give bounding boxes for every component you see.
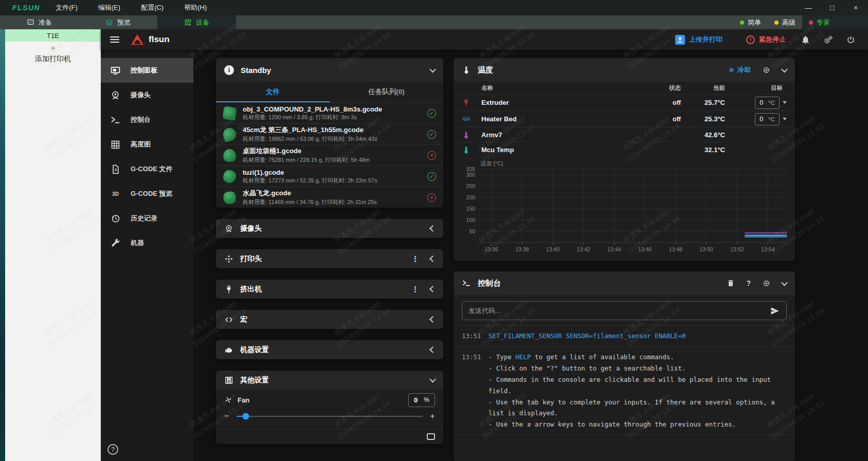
temperature-row[interactable]: Heater Bed off 25.3°C 0°C (454, 110, 795, 127)
bell-icon (801, 35, 810, 45)
sidebar-item-1[interactable]: 摄像头 (101, 83, 193, 107)
chevron-down-icon[interactable] (429, 376, 436, 383)
panel-0-header[interactable]: 摄像头 (216, 219, 443, 238)
kebab-menu-icon[interactable]: ⋮ (411, 255, 419, 263)
printer-item-t1e[interactable]: T1E (5, 29, 101, 42)
sidebar-item-4[interactable]: G-CODE 文件 (101, 157, 193, 181)
send-icon[interactable] (770, 306, 780, 316)
console-input[interactable] (468, 307, 770, 315)
trash-icon[interactable] (727, 279, 735, 287)
panel-2-header[interactable]: 挤出机 ⋮ (216, 280, 443, 299)
chevron-down-icon[interactable] (429, 66, 436, 72)
temperature-panel-header[interactable]: 温度 ❄ 冷却 (454, 58, 795, 82)
chevron-down-icon[interactable] (781, 279, 788, 286)
menu-item-3[interactable]: 帮助(H) (184, 3, 207, 12)
temperature-title: 温度 (478, 65, 493, 75)
target-temp-input[interactable]: 0°C (755, 113, 780, 125)
heater-state: off (645, 99, 681, 106)
workspace-tab-2[interactable]: 设备 (157, 15, 236, 29)
gear-icon[interactable] (762, 66, 771, 75)
dropdown-caret-icon[interactable] (783, 118, 787, 120)
help-icon[interactable]: ? (107, 444, 118, 455)
menu-item-0[interactable]: 文件(F) (56, 3, 78, 12)
gear-icon[interactable] (762, 279, 771, 288)
panel-4-header[interactable]: 机器设置 (216, 340, 443, 359)
chevron-left-icon[interactable] (429, 346, 436, 353)
maximize-button[interactable]: □ (828, 4, 836, 12)
temperature-row[interactable]: Extruder off 25.7°C 0°C (454, 94, 795, 110)
kebab-menu-icon[interactable]: ⋮ (411, 285, 419, 293)
menu-bar: 文件(F)编辑(E)配置(C)帮助(H) (56, 3, 227, 12)
menu-item-1[interactable]: 编辑(E) (98, 3, 120, 12)
heater-name: Mcu Temp (481, 146, 645, 154)
fan-slider-knob[interactable] (243, 413, 249, 420)
tab-files[interactable]: 文件 (216, 82, 330, 102)
console-message-list: 13:51SET_FILAMENT_SENSOR SENSOR=filament… (454, 325, 795, 435)
chevron-left-icon[interactable] (429, 255, 436, 262)
sidebar-item-6[interactable]: 历史记录 (101, 206, 193, 231)
chevron-down-icon[interactable] (781, 66, 788, 72)
panel-3-header[interactable]: 宏 (216, 310, 443, 329)
sidebar-item-0[interactable]: 控制面板 (101, 58, 193, 83)
fan-slider[interactable] (237, 416, 423, 417)
emergency-stop-button[interactable]: ! 紧急停止 (740, 35, 792, 44)
gcode-thumbnail (222, 106, 237, 120)
toolbar-actions: 上传并打印 ! 紧急停止 (669, 30, 860, 49)
notifications-button[interactable] (796, 30, 815, 49)
chevron-left-icon[interactable] (429, 316, 436, 323)
chevron-left-icon[interactable] (429, 286, 436, 292)
console-help-link[interactable]: HELP (515, 353, 531, 361)
sidebar-item-3[interactable]: 高度图 (101, 132, 193, 157)
gcode-file-row[interactable]: tuzi(1).gcode 耗材用量: 17273 mm / 52.35 g, … (216, 165, 443, 187)
mode-0[interactable]: 简单 (733, 15, 768, 29)
status-panel-header[interactable]: i Standby (216, 58, 443, 82)
hamburger-menu-icon[interactable] (110, 36, 119, 43)
mode-1[interactable]: 高级 (768, 15, 802, 29)
fan-increase-button[interactable]: + (430, 411, 435, 421)
svg-text:13:38: 13:38 (515, 246, 529, 252)
dropdown-caret-icon[interactable] (783, 101, 787, 104)
svg-text:100: 100 (466, 217, 476, 223)
cooldown-button[interactable]: ❄ 冷却 (729, 65, 751, 75)
misc-settings-header[interactable]: 其他设置 (216, 371, 443, 390)
chevron-left-icon[interactable] (429, 225, 436, 232)
sidebar-item-2[interactable]: 控制台 (101, 107, 193, 132)
gcode-file-row[interactable]: obj_3_COMPOUND_2_PLA-HS_8m3s.gcode 耗材用量:… (216, 102, 443, 123)
gcode-file-row[interactable]: 水晶飞龙.gcode 耗材用量: 11469 mm / 34.76 g, 打印耗… (216, 187, 443, 208)
left-column: i Standby 文件 任务队列(0) obj_3_COMPOUND_2_PL… (216, 58, 443, 461)
menu-item-2[interactable]: 配置(C) (141, 3, 164, 12)
heater-name: Armv7 (481, 131, 645, 139)
workspace-tab-0[interactable]: 准备 (0, 15, 79, 29)
close-button[interactable]: × (852, 4, 860, 12)
fan-value-input[interactable]: 0 % (408, 393, 435, 407)
gcode-file-row[interactable]: 45cm龙 第三条_PLA-HS_1h55m.gcode 耗材用量: 19862… (216, 123, 443, 144)
console-command[interactable]: SET_FILAMENT_SENSOR SENSOR=filament_sens… (489, 330, 686, 342)
fan-decrease-button[interactable]: − (224, 411, 229, 421)
setting-toggle[interactable] (427, 433, 435, 440)
temperature-row[interactable]: Armv7 42.6°C (454, 127, 795, 142)
temperature-panel: 温度 ❄ 冷却 (454, 58, 795, 261)
add-printer-plus-icon[interactable]: + (50, 44, 55, 52)
upload-and-print-button[interactable]: 上传并打印 (669, 35, 729, 45)
sidebar-item-5[interactable]: 3DG-CODE 预览 (101, 181, 193, 206)
power-button[interactable] (841, 30, 860, 49)
app-body: 控制面板摄像头控制台高度图G-CODE 文件3DG-CODE 预览历史记录机器 … (101, 50, 868, 461)
panel-1-header[interactable]: 打印头 ⋮ (216, 249, 443, 268)
temperature-row[interactable]: Mcu Temp 32.1°C (454, 142, 795, 157)
sidebar-item-7[interactable]: 机器 (101, 231, 193, 255)
add-printer-button[interactable]: 添加打印机 (35, 54, 71, 64)
console-message: 13:51SET_FILAMENT_SENSOR SENSOR=filament… (454, 325, 795, 346)
command-help-icon[interactable]: ? (746, 279, 751, 287)
gcode-thumbnail (223, 170, 236, 183)
workspace-tab-1[interactable]: 预览 (79, 15, 157, 29)
tab-jobqueue[interactable]: 任务队列(0) (330, 82, 443, 102)
gcode-file-row[interactable]: 桌面垃圾桶1.gcode 耗材用量: 75281 mm / 228.15 g, … (216, 144, 443, 165)
mode-2[interactable]: 专家 (802, 15, 868, 29)
target-temp-input[interactable]: 0°C (755, 97, 780, 109)
console-panel-header[interactable]: 控制台 ? (454, 271, 795, 295)
minimize-button[interactable]: — (804, 4, 812, 12)
svg-text:13:40: 13:40 (546, 246, 560, 252)
interface-settings-button[interactable] (819, 30, 837, 49)
panel-0: 摄像头 (216, 219, 443, 238)
snowflake-icon: ❄ (729, 66, 734, 74)
